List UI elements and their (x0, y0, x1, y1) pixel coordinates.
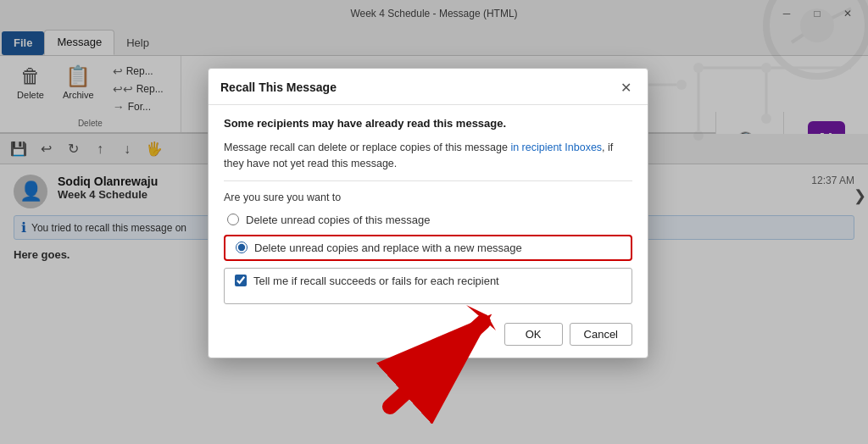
radio-option-delete[interactable]: Delete unread copies of this message (224, 212, 632, 228)
dialog-title: Recall This Message (220, 80, 337, 94)
radio-delete-label: Delete unread copies of this message (246, 214, 431, 226)
dialog-description: Message recall can delete or replace cop… (224, 140, 632, 181)
ok-button[interactable]: OK (504, 323, 563, 346)
dialog-body: Some recipients may have already read th… (209, 105, 648, 316)
radio-delete-input[interactable] (227, 214, 239, 225)
checkbox-label: Tell me if recall succeeds or fails for … (253, 275, 499, 287)
recall-dialog: Recall This Message ✕ Some recipients ma… (208, 68, 648, 358)
radio-replace-label: Delete unread copies and replace with a … (254, 241, 522, 254)
checkbox-option[interactable]: Tell me if recall succeeds or fails for … (231, 271, 625, 291)
checkbox-input[interactable] (235, 275, 247, 286)
radio-option-replace[interactable]: Delete unread copies and replace with a … (232, 240, 624, 256)
dialog-warning: Some recipients may have already read th… (224, 117, 632, 130)
cancel-button[interactable]: Cancel (570, 323, 632, 346)
dialog-question: Are you sure you want to (224, 191, 632, 203)
radio-option-replace-highlight: Delete unread copies and replace with a … (224, 235, 632, 261)
checkbox-container: Tell me if recall succeeds or fails for … (224, 268, 632, 304)
dialog-titlebar: Recall This Message ✕ (209, 69, 648, 105)
radio-replace-input[interactable] (236, 241, 248, 253)
dialog-footer: OK Cancel (209, 316, 648, 358)
dialog-close-button[interactable]: ✕ (615, 77, 636, 97)
dialog-desc-text: Message recall can delete or replace cop… (224, 142, 510, 153)
dialog-desc-link: in recipient Inboxes (510, 142, 602, 153)
